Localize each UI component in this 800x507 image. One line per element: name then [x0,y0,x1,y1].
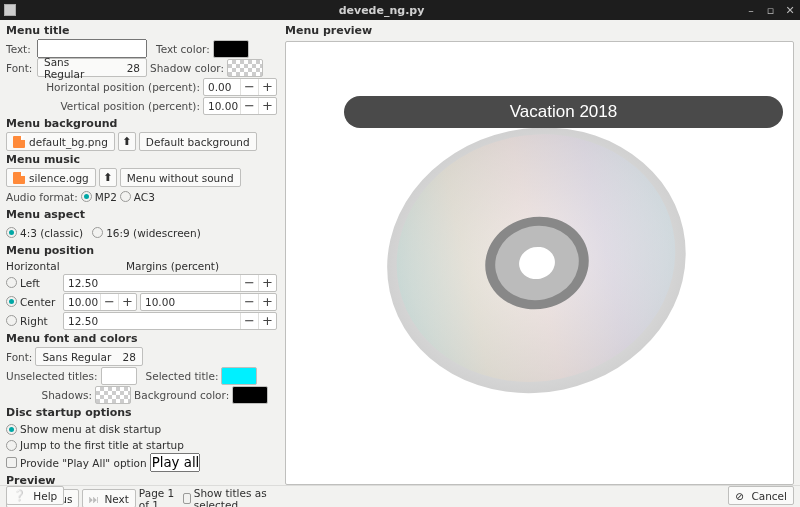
menu-position-heading: Menu position [6,244,277,257]
file-icon [13,172,25,184]
checkbox-show-selected[interactable] [183,493,191,504]
vpos-spinner[interactable]: 10.00−+ [203,97,277,115]
plus-icon[interactable]: + [258,294,276,310]
center-val-spinner[interactable]: 10.00−+ [63,293,137,311]
left-margin-spinner[interactable]: 12.50−+ [63,274,277,292]
close-button[interactable]: ✕ [784,4,796,17]
unselected-color-swatch[interactable] [101,367,137,385]
selected-label: Selected title: [146,370,219,382]
minus-icon[interactable]: − [240,294,258,310]
minus-icon[interactable]: − [240,79,258,95]
text-label: Text: [6,43,34,55]
menu-font-button[interactable]: Sans Regular 28 [35,347,143,366]
minus-icon[interactable]: − [240,275,258,291]
menu-bg-heading: Menu background [6,117,277,130]
margins-label: Margins (percent) [126,260,219,272]
menu-banner-text: Vacation 2018 [344,96,783,128]
hpos-label: Horizontal position (percent): [6,81,200,93]
minimize-button[interactable]: – [745,4,757,17]
bg-file-button[interactable]: default_bg.png [6,132,115,151]
text-color-swatch[interactable] [213,40,249,58]
radio-43[interactable] [6,227,17,238]
plus-icon[interactable]: + [258,275,276,291]
startup-heading: Disc startup options [6,406,277,419]
radio-jump[interactable] [6,440,17,451]
cancel-button[interactable]: ⊘ Cancel [728,486,794,505]
radio-169[interactable] [92,227,103,238]
font-label: Font: [6,62,34,74]
hpos-spinner[interactable]: 0.00−+ [203,78,277,96]
bg-upload-button[interactable]: ⬆ [118,132,136,151]
shadow-color-label: Shadow color: [150,62,224,74]
plus-icon[interactable]: + [258,98,276,114]
menu-music-heading: Menu music [6,153,277,166]
music-upload-button[interactable]: ⬆ [99,168,117,187]
disc-image [382,108,692,418]
menu-preview: Vacation 2018 [285,41,794,485]
bgcolor-swatch[interactable] [232,386,268,404]
shadow-color-swatch[interactable] [227,59,263,77]
plus-icon[interactable]: + [118,294,136,310]
radio-ac3[interactable] [120,191,131,202]
app-icon [4,4,16,16]
minus-icon[interactable]: − [240,313,258,329]
plus-icon[interactable]: + [258,79,276,95]
horizontal-label: Horizontal [6,260,66,272]
playall-input[interactable] [150,453,200,472]
maximize-button[interactable]: ▫ [765,4,777,17]
settings-panel: Menu title Text: Text color: Font: Sans … [0,20,283,485]
audio-format-label: Audio format: [6,191,78,203]
plus-icon[interactable]: + [258,313,276,329]
upload-icon: ⬆ [122,135,131,148]
radio-mp2[interactable] [81,191,92,202]
page-indicator: Page 1 of 1 [139,487,180,508]
center-margin-spinner[interactable]: 10.00−+ [140,293,277,311]
file-icon [13,136,25,148]
vpos-label: Vertical position (percent): [6,100,200,112]
menu-preview-label: Menu preview [285,24,794,37]
selected-color-swatch[interactable] [221,367,257,385]
default-bg-button[interactable]: Default background [139,132,257,151]
radio-right[interactable] [6,315,17,326]
shadows-label: Shadows: [6,389,92,401]
checkbox-playall[interactable] [6,457,17,468]
menu-aspect-heading: Menu aspect [6,208,277,221]
menu-title-heading: Menu title [6,24,277,37]
no-sound-button[interactable]: Menu without sound [120,168,241,187]
shadows-color-swatch[interactable] [95,386,131,404]
minus-icon[interactable]: − [240,98,258,114]
next-icon: ⏭ [89,493,100,505]
titlebar: devede_ng.py – ▫ ✕ [0,0,800,20]
mfont-label: Font: [6,351,32,363]
title-font-button[interactable]: Sans Regular 28 [37,58,147,77]
next-button[interactable]: ⏭Next [82,489,135,507]
radio-center[interactable] [6,296,17,307]
menu-font-heading: Menu font and colors [6,332,277,345]
text-color-label: Text color: [156,43,210,55]
upload-icon: ⬆ [103,171,112,184]
minus-icon[interactable]: − [100,294,118,310]
radio-showmenu[interactable] [6,424,17,435]
music-file-button[interactable]: silence.ogg [6,168,96,187]
unselected-label: Unselected titles: [6,370,98,382]
radio-left[interactable] [6,277,17,288]
help-button[interactable]: ❔ Help [6,486,64,505]
window-title: devede_ng.py [22,4,741,17]
bgcolor-label: Background color: [134,389,229,401]
right-margin-spinner[interactable]: 12.50−+ [63,312,277,330]
